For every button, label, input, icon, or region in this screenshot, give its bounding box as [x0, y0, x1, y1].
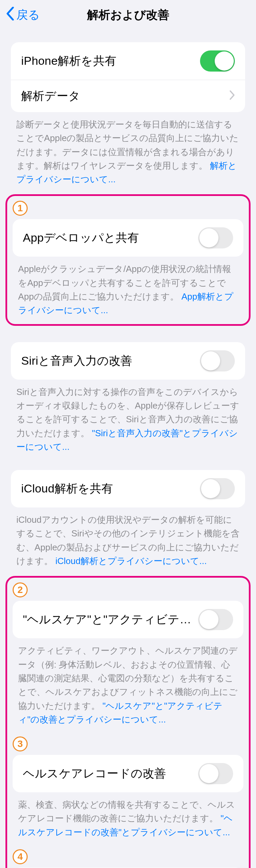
row-share-iphone[interactable]: iPhone解析を共有	[11, 42, 245, 80]
row-label: Appデベロッパと共有	[23, 230, 198, 246]
row-label: Siriと音声入力の改善	[21, 353, 200, 369]
toggle-health-records[interactable]	[198, 763, 233, 784]
row-analytics-data[interactable]: 解析データ	[11, 80, 245, 112]
back-button[interactable]: 戻る	[0, 7, 40, 23]
toggle-icloud[interactable]	[200, 478, 235, 499]
callout-2-5: 2 "ヘルスケア"と"アクティビティ... アクティビティ、ワークアウト、ヘルス…	[5, 576, 251, 868]
row-health-activity[interactable]: "ヘルスケア"と"アクティビティ...	[13, 601, 243, 638]
callout-badge: 1	[13, 201, 28, 216]
callout-badge: 3	[13, 736, 28, 751]
toggle-share-iphone[interactable]	[200, 50, 235, 72]
row-app-developer[interactable]: Appデベロッパと共有	[13, 219, 243, 257]
footer-share-iphone: 診断データと使用状況データを毎日自動的に送信することでAppleの製品とサービス…	[0, 112, 256, 186]
footer-app-developer: Appleがクラッシュデータ/Appの使用状況の統計情報をAppデベロッパと共有…	[7, 257, 249, 317]
callout-badge: 4	[13, 849, 28, 864]
group-icloud: iCloud解析を共有	[11, 470, 245, 507]
toggle-siri[interactable]	[200, 350, 235, 371]
nav-bar: 戻る 解析および改善	[0, 0, 256, 30]
group-health-records: ヘルスケアレコードの改善	[13, 755, 243, 792]
toggle-health-activity[interactable]	[198, 609, 233, 630]
row-siri[interactable]: Siriと音声入力の改善	[11, 342, 245, 380]
row-label: 解析データ	[21, 88, 229, 104]
chevron-left-icon	[6, 7, 16, 23]
callout-badge: 2	[13, 582, 28, 597]
row-health-records[interactable]: ヘルスケアレコードの改善	[13, 755, 243, 792]
group-health-activity: "ヘルスケア"と"アクティビティ...	[13, 601, 243, 638]
row-label: ヘルスケアレコードの改善	[23, 766, 198, 781]
row-label: iPhone解析を共有	[21, 53, 200, 69]
row-label: iCloud解析を共有	[21, 481, 200, 497]
callout-1: 1 Appデベロッパと共有 Appleがクラッシュデータ/Appの使用状況の統計…	[5, 194, 251, 325]
footer-siri: Siriと音声入力に対する操作の音声をこのデバイスからオーディオ収録したものを、…	[0, 380, 256, 454]
footer-health-activity: アクティビティ、ワークアウト、ヘルスケア関連のデータ（例: 身体活動レベル、おお…	[7, 638, 249, 726]
footer-icloud: iCloudアカウントの使用状況やデータの解析を可能にすることで、Siriやその…	[0, 507, 256, 568]
row-label: "ヘルスケア"と"アクティビティ...	[23, 612, 198, 627]
group-siri: Siriと音声入力の改善	[11, 342, 245, 380]
chevron-right-icon	[229, 90, 235, 102]
toggle-app-developer[interactable]	[198, 227, 233, 248]
link-icloud-privacy[interactable]: iCloud解析とプライバシーについて...	[55, 556, 207, 566]
footer-text: 薬、検査、病状などの情報を共有することで、ヘルスケアレコード機能の改善にご協力い…	[18, 800, 235, 823]
back-label: 戻る	[16, 7, 40, 23]
footer-health-records: 薬、検査、病状などの情報を共有することで、ヘルスケアレコード機能の改善にご協力い…	[7, 792, 249, 839]
group-share-iphone: iPhone解析を共有 解析データ	[11, 42, 245, 112]
group-app-developer: Appデベロッパと共有	[13, 219, 243, 257]
row-icloud[interactable]: iCloud解析を共有	[11, 470, 245, 507]
footer-text: 診断データと使用状況データを毎日自動的に送信することでAppleの製品とサービス…	[16, 119, 239, 171]
